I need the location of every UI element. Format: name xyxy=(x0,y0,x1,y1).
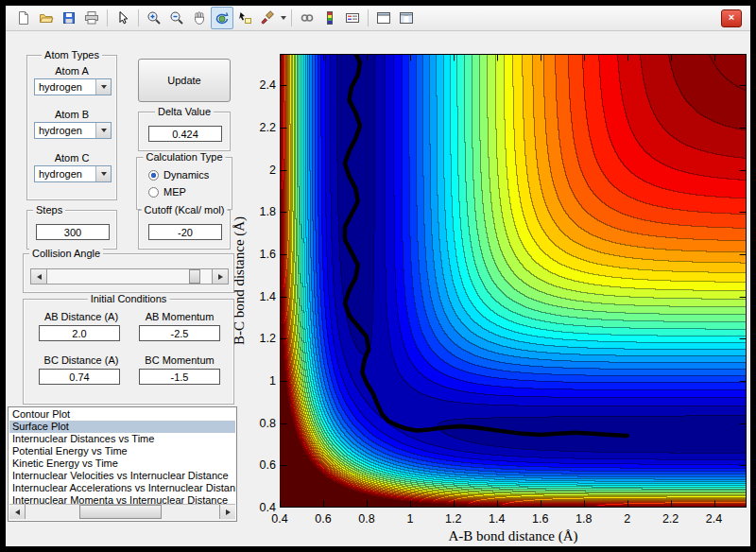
y-tick-label: 0.8 xyxy=(244,417,276,430)
insert-colorbar-button[interactable] xyxy=(318,7,341,29)
hide-plot-tools-button[interactable] xyxy=(372,7,395,29)
slider-left-arrow[interactable] xyxy=(31,269,47,284)
atom-c-label: Atom C xyxy=(27,152,116,164)
collision-angle-panel-title: Collision Angle xyxy=(29,248,103,259)
listbox-horizontal-scrollbar[interactable] xyxy=(9,504,235,520)
list-item[interactable]: Potential Energy vs Time xyxy=(9,445,235,457)
ab-momentum-label: AB Momentum xyxy=(135,311,224,322)
list-item[interactable]: Contour Plot xyxy=(9,408,235,421)
atom-b-value: hydrogen xyxy=(39,125,82,136)
y-tick-label: 1 xyxy=(244,374,276,388)
bc-momentum-input[interactable] xyxy=(139,369,220,385)
x-tick-label: 1.4 xyxy=(489,512,505,526)
x-tick-label: 2 xyxy=(624,512,630,526)
brush-button[interactable] xyxy=(256,7,279,29)
steps-input[interactable] xyxy=(36,224,110,240)
figure-window: × Atom Types Atom A hydrogen Atom B hydr… xyxy=(6,6,750,546)
x-tick-label: 1.2 xyxy=(445,512,461,526)
cutoff-input[interactable] xyxy=(148,224,222,240)
steps-panel: Steps xyxy=(26,210,117,250)
left-triangle-icon xyxy=(15,509,20,515)
slider-right-arrow[interactable] xyxy=(212,269,228,284)
atom-b-select[interactable]: hydrogen xyxy=(34,122,112,139)
figure-toolbar: × xyxy=(6,6,750,31)
calculation-type-panel: Calculation Type DynamicsMEP xyxy=(136,157,232,210)
dropdown-arrow-icon[interactable] xyxy=(95,166,111,181)
x-tick-label: 1 xyxy=(406,512,413,526)
list-item[interactable]: Surface Plot xyxy=(9,421,235,433)
link-plot-button[interactable] xyxy=(296,7,318,29)
cutoff-panel: Cutoff (Kcal/ mol) xyxy=(138,210,231,250)
scrollbar-thumb[interactable] xyxy=(79,505,162,519)
list-item[interactable]: Internuclear Accelerations vs Internucle… xyxy=(9,482,235,494)
toolbar-button-group xyxy=(12,7,418,29)
rotate-3d-button[interactable] xyxy=(211,7,233,29)
radio-button-icon[interactable] xyxy=(148,170,159,181)
close-button[interactable]: × xyxy=(721,9,742,27)
toolbar-separator xyxy=(291,9,292,26)
atom-a-label: Atom A xyxy=(27,65,116,77)
edit-plot-button[interactable] xyxy=(112,7,134,29)
slider-thumb[interactable] xyxy=(189,269,200,284)
ab-momentum-input[interactable] xyxy=(139,325,220,341)
steps-panel-title: Steps xyxy=(33,204,65,216)
update-button[interactable]: Update xyxy=(138,59,231,102)
zoom-in-button[interactable] xyxy=(143,7,165,29)
x-tick-label: 2.4 xyxy=(706,512,722,526)
list-item[interactable]: Internuclear Distances vs Time xyxy=(9,433,235,445)
dropdown-arrow-icon[interactable] xyxy=(95,79,111,95)
dropdown-arrow-icon[interactable] xyxy=(95,123,111,138)
insert-legend-button[interactable] xyxy=(341,7,364,29)
atom-c-select[interactable]: hydrogen xyxy=(34,165,112,182)
delta-value-panel: Delta Value xyxy=(138,112,231,151)
bc-distance-input[interactable] xyxy=(39,369,120,385)
calculation-type-panel-title: Calculation Type xyxy=(143,151,225,163)
y-tick-label: 1.4 xyxy=(244,290,276,303)
initial-conditions-panel: Initial Conditions AB Distance (A) AB Mo… xyxy=(23,299,234,405)
scrollbar-left-arrow[interactable] xyxy=(9,505,26,519)
radio-label: Dynamics xyxy=(163,169,209,181)
contour-plot-canvas[interactable] xyxy=(280,54,747,508)
new-figure-button[interactable] xyxy=(12,7,35,29)
list-item[interactable]: Kinetic Energy vs Time xyxy=(9,457,235,470)
x-tick-label: 0.8 xyxy=(358,512,374,526)
bc-momentum-label: BC Momentum xyxy=(135,354,224,366)
data-cursor-button[interactable] xyxy=(233,7,256,29)
left-triangle-icon xyxy=(37,274,42,280)
scrollbar-right-arrow[interactable] xyxy=(219,505,235,519)
radio-button-icon[interactable] xyxy=(148,187,159,198)
atom-b-label: Atom B xyxy=(27,109,116,120)
zoom-out-button[interactable] xyxy=(165,7,188,29)
ab-distance-input[interactable] xyxy=(39,325,120,341)
cutoff-panel-title: Cutoff (Kcal/ mol) xyxy=(142,204,228,216)
x-axis-label: A-B bond distance (Å) xyxy=(280,528,747,544)
ab-distance-label: AB Distance (A) xyxy=(35,311,128,322)
collision-angle-slider[interactable] xyxy=(30,268,229,285)
atom-types-panel: Atom Types Atom A hydrogen Atom B hydrog… xyxy=(26,55,117,200)
atom-c-value: hydrogen xyxy=(39,168,82,180)
pan-button[interactable] xyxy=(188,7,211,29)
bc-distance-label: BC Distance (A) xyxy=(35,354,128,366)
plot-type-listbox[interactable]: Contour PlotSurface PlotInternuclear Dis… xyxy=(8,406,237,522)
y-tick-label: 2 xyxy=(244,164,276,177)
toolbar-separator xyxy=(107,9,108,26)
right-triangle-icon xyxy=(218,274,223,280)
brush-dropdown-caret-icon[interactable] xyxy=(279,8,287,28)
show-plot-tools-button[interactable] xyxy=(395,7,418,29)
y-tick-label: 2.4 xyxy=(244,78,276,92)
atom-a-value: hydrogen xyxy=(39,81,82,93)
save-figure-button[interactable] xyxy=(58,7,80,29)
dynamics-radio[interactable]: Dynamics xyxy=(148,168,209,181)
delta-value-input[interactable] xyxy=(148,126,222,142)
x-tick-label: 0.6 xyxy=(315,512,331,526)
open-file-button[interactable] xyxy=(35,7,58,29)
y-tick-label: 1.8 xyxy=(244,205,276,218)
atom-a-select[interactable]: hydrogen xyxy=(34,78,112,95)
print-figure-button[interactable] xyxy=(80,7,103,29)
right-triangle-icon xyxy=(226,509,231,515)
mep-radio[interactable]: MEP xyxy=(148,185,186,198)
y-tick-label: 1.6 xyxy=(244,248,276,261)
initial-conditions-panel-title: Initial Conditions xyxy=(88,293,170,304)
x-tick-label: 1.8 xyxy=(576,512,592,526)
list-item[interactable]: Internuclear Velocities vs Internuclear … xyxy=(9,470,235,482)
